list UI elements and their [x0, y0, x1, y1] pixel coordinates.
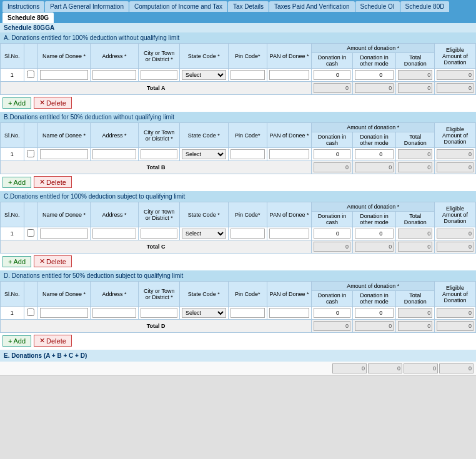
col-b-eligible: Eligible Amount of Donation — [435, 123, 476, 148]
col-b-pin: Pin Code* — [228, 123, 267, 148]
cell-b-address — [90, 148, 139, 161]
pin-input-b[interactable] — [231, 149, 265, 159]
total-eligible-d — [435, 320, 476, 333]
total-eligible-display — [437, 83, 474, 93]
col-d-eligible: Eligible Amount of Donation — [435, 282, 476, 307]
name-input-d[interactable] — [40, 308, 88, 318]
cell-state: Select — [180, 69, 229, 82]
schedule-label: Schedule 80GGA — [0, 23, 476, 32]
eligible-display-c — [437, 229, 474, 239]
other-input[interactable] — [355, 70, 394, 80]
e-total-wrapper — [404, 363, 438, 373]
city-input-d[interactable] — [141, 308, 177, 318]
cash-input[interactable] — [314, 70, 350, 80]
row-checkbox-d[interactable] — [27, 308, 34, 316]
add-button-a[interactable]: + Add — [2, 97, 31, 109]
delete-button-a[interactable]: ✕ Delete — [34, 97, 72, 109]
col-c-total: Total Donation — [396, 212, 435, 227]
col-c-pin: Pin Code* — [228, 202, 267, 227]
cell-d-total — [396, 307, 435, 320]
col-b-city: City or Town or District * — [139, 123, 180, 148]
name-input-c[interactable] — [40, 229, 88, 239]
row-checkbox-b[interactable] — [27, 150, 34, 157]
total-display-d — [398, 308, 432, 318]
total-row-c: Total C — [1, 240, 476, 254]
pin-input-c[interactable] — [231, 229, 265, 239]
col-b-other: Donation in other mode — [352, 132, 395, 148]
pin-input[interactable] — [231, 70, 265, 80]
cell-b-slno: 1 — [1, 148, 24, 161]
tab-schedule-80d[interactable]: Schedule 80D — [400, 1, 450, 12]
tab-schedule-oi[interactable]: Schedule OI — [355, 1, 400, 12]
address-input[interactable] — [92, 70, 137, 80]
add-button-b[interactable]: + Add — [2, 177, 31, 188]
address-input-d[interactable] — [92, 308, 137, 318]
total-label-a: Total A — [1, 82, 312, 95]
other-input-d[interactable] — [355, 308, 394, 318]
state-select[interactable]: Select — [182, 70, 226, 80]
total-other-b — [352, 161, 395, 174]
cash-input-c[interactable] — [314, 229, 350, 239]
section-d: D. Donations entitled for 50% deduction … — [0, 270, 476, 348]
plus-icon: + — [8, 99, 12, 107]
city-input[interactable] — [141, 70, 177, 80]
cell-other — [352, 69, 395, 82]
btn-row-c: + Add ✕ Delete — [0, 254, 476, 269]
cell-d-address — [90, 307, 139, 320]
total-display — [398, 70, 432, 80]
tab-computation[interactable]: Computation of Income and Tax — [129, 1, 227, 12]
row-checkbox-c[interactable] — [27, 229, 34, 237]
state-select-b[interactable]: Select — [182, 149, 226, 159]
state-select-d[interactable]: Select — [182, 308, 226, 318]
cash-input-b[interactable] — [314, 149, 350, 159]
pin-input-d[interactable] — [231, 308, 265, 318]
pan-input-d[interactable] — [269, 308, 310, 318]
section-e-label: E. Donations (A + B + C + D) — [0, 350, 476, 362]
address-input-c[interactable] — [92, 229, 137, 239]
col-header-cash: Donation in cash — [312, 53, 353, 69]
e-other-display — [368, 363, 402, 373]
eligible-display-d — [437, 308, 474, 318]
other-input-b[interactable] — [355, 149, 394, 159]
add-button-c[interactable]: + Add — [2, 256, 31, 267]
add-button-d[interactable]: + Add — [2, 335, 31, 347]
name-input[interactable] — [40, 70, 88, 80]
city-input-c[interactable] — [141, 229, 177, 239]
state-select-c[interactable]: Select — [182, 229, 226, 239]
pan-input-b[interactable] — [269, 149, 310, 159]
x-icon-b: ✕ — [39, 178, 45, 186]
total-cash-b — [314, 162, 350, 172]
col-d-pin: Pin Code* — [228, 282, 267, 307]
city-input-b[interactable] — [141, 149, 177, 159]
delete-button-b[interactable]: ✕ Delete — [34, 176, 72, 188]
other-input-c[interactable] — [355, 229, 394, 239]
row-checkbox[interactable] — [27, 71, 34, 78]
delete-button-d[interactable]: ✕ Delete — [34, 335, 72, 347]
col-header-name: Name of Donee * — [38, 44, 91, 69]
cell-b-cash — [312, 148, 353, 161]
col-d-slno: Sl.No. — [1, 282, 24, 307]
cell-b-name — [38, 148, 91, 161]
pan-input[interactable] — [269, 70, 310, 80]
name-input-b[interactable] — [40, 149, 88, 159]
pan-input-c[interactable] — [269, 229, 310, 239]
cell-c-total — [396, 227, 435, 240]
section-c: C.Donations entitled for 100% deduction … — [0, 191, 476, 269]
delete-button-c[interactable]: ✕ Delete — [34, 255, 72, 267]
cell-c-pan — [267, 227, 312, 240]
tab-taxes-paid[interactable]: Taxes Paid And Verification — [269, 1, 355, 12]
add-label: Add — [13, 99, 26, 107]
total-total-d — [396, 320, 435, 333]
total-cash-c — [314, 242, 350, 252]
cash-input-d[interactable] — [314, 308, 350, 318]
tab-tax-details[interactable]: Tax Details — [228, 1, 269, 12]
e-other-wrapper — [368, 363, 402, 373]
col-header-city: City or Town or District * — [139, 44, 180, 69]
col-c-pan: PAN of Donee * — [267, 202, 312, 227]
address-input-b[interactable] — [92, 149, 137, 159]
total-label-b: Total B — [1, 161, 312, 174]
tab-schedule-80g[interactable]: Schedule 80G — [2, 12, 54, 23]
tab-part-a[interactable]: Part A General Information — [45, 1, 129, 12]
col-header-state: State Code * — [180, 44, 229, 69]
tab-instructions[interactable]: Instructions — [2, 1, 44, 12]
